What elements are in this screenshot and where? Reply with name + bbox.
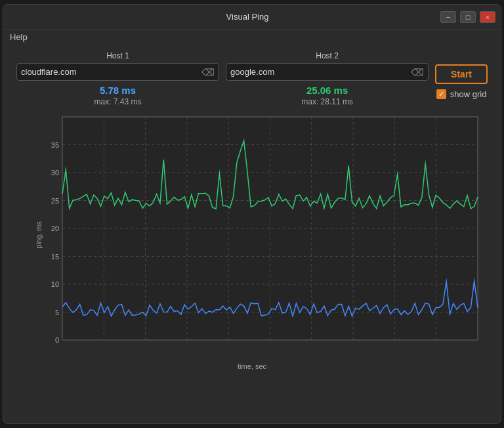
show-grid-checkbox[interactable]: ✓ (436, 89, 446, 99)
host2-ping-max: max: 28.11 ms (301, 97, 353, 106)
host1-clear-icon[interactable]: ⌫ (201, 67, 215, 77)
right-controls: Start ✓ show grid (435, 51, 488, 99)
minimize-button[interactable]: − (440, 11, 456, 23)
start-button[interactable]: Start (435, 64, 488, 84)
host1-input-wrap: ⌫ (16, 63, 219, 81)
host1-ping-current: 5.78 ms (100, 85, 136, 96)
host-row: Host 1 ⌫ 5.78 ms max: 7.43 ms Host 2 ⌫ 2… (16, 51, 488, 106)
show-grid-wrap[interactable]: ✓ show grid (436, 89, 487, 99)
chart-area: ping, ms (39, 110, 488, 360)
host2-col: Host 2 ⌫ 25.06 ms max: 28.11 ms (226, 51, 429, 106)
maximize-button[interactable]: □ (460, 11, 476, 23)
x-axis-label: time, sec (16, 362, 488, 370)
host2-label: Host 2 (316, 51, 339, 60)
menu-help[interactable]: Help (3, 30, 501, 45)
host2-input[interactable] (230, 65, 408, 79)
window-controls: − □ × (440, 11, 495, 23)
main-content: Host 1 ⌫ 5.78 ms max: 7.43 ms Host 2 ⌫ 2… (3, 45, 501, 423)
host1-col: Host 1 ⌫ 5.78 ms max: 7.43 ms (16, 51, 219, 106)
host1-input[interactable] (21, 65, 199, 79)
window-title: Visual Ping (54, 12, 440, 22)
ping-chart (39, 110, 488, 360)
main-window: Visual Ping − □ × Help Host 1 ⌫ 5.78 ms … (3, 4, 501, 424)
host2-clear-icon[interactable]: ⌫ (411, 67, 424, 77)
close-button[interactable]: × (480, 11, 495, 23)
titlebar: Visual Ping − □ × (3, 5, 501, 30)
host2-ping-current: 25.06 ms (306, 85, 348, 96)
host1-ping-max: max: 7.43 ms (94, 97, 142, 106)
show-grid-label: show grid (450, 89, 487, 99)
host1-label: Host 1 (106, 51, 129, 60)
host2-input-wrap: ⌫ (226, 63, 429, 81)
